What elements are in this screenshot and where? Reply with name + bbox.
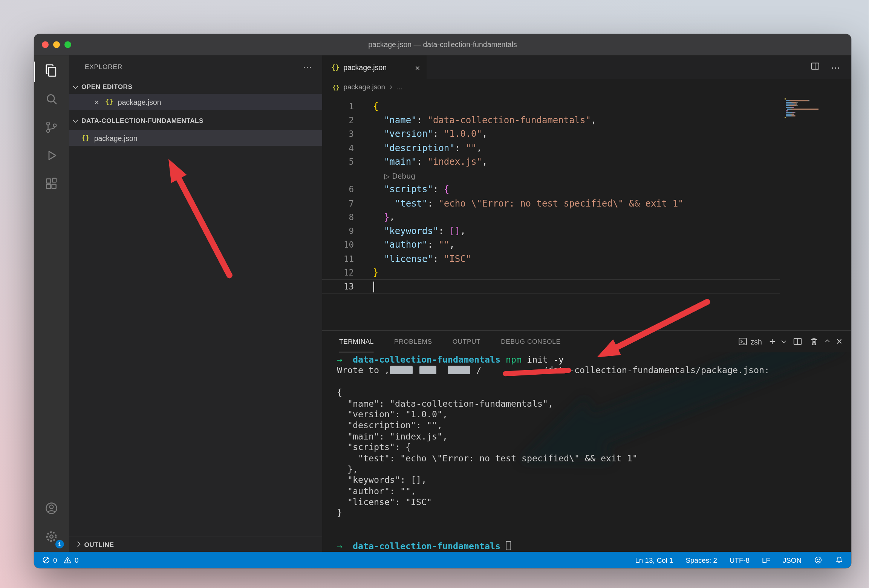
settings-button[interactable]: 1	[34, 524, 69, 552]
terminal-cursor	[506, 541, 511, 550]
activity-bar: 1	[34, 55, 69, 552]
code-line: 3 "version": "1.0.0",	[322, 127, 851, 141]
kill-terminal-trash-icon[interactable]	[809, 337, 819, 346]
code-line: 5 "main": "index.js",	[322, 155, 851, 169]
tab-package-json[interactable]: {} package.json ×	[322, 55, 427, 79]
editor-cursor	[373, 281, 374, 292]
file-item-label: package.json	[94, 134, 138, 142]
editor-tab-bar: {} package.json × ⋯	[322, 55, 851, 79]
cursor-position-status[interactable]: Ln 13, Col 1	[635, 556, 673, 564]
terminal[interactable]: → data-collection-fundamentals npm init …	[322, 352, 851, 552]
open-editors-section-header[interactable]: OPEN EDITORS	[69, 79, 322, 94]
window-title: package.json — data-collection-fundament…	[368, 40, 517, 49]
accounts-button[interactable]	[34, 495, 69, 524]
close-panel-icon[interactable]: ×	[836, 335, 842, 348]
search-icon	[44, 92, 59, 109]
codelens-debug-link[interactable]: ▷ Debug	[384, 172, 415, 180]
problems-status[interactable]: 0 0	[42, 556, 78, 565]
redaction-box	[390, 366, 413, 374]
files-icon	[44, 63, 59, 80]
terminal-line: "description": "",	[337, 420, 851, 431]
terminal-lines: → data-collection-fundamentals npm init …	[322, 352, 851, 552]
vscode-window: package.json — data-collection-fundament…	[34, 34, 851, 568]
close-editor-icon[interactable]: ×	[93, 98, 101, 106]
panel-tab-terminal[interactable]: TERMINAL	[339, 331, 374, 352]
terminal-line: },	[337, 464, 851, 475]
breadcrumb[interactable]: {} package.json …	[322, 79, 851, 95]
feedback-smiley-icon[interactable]	[814, 556, 823, 565]
minimap[interactable]	[783, 97, 843, 122]
terminal-profile-chevron-icon[interactable]	[782, 338, 786, 343]
notifications-bell-icon[interactable]	[835, 556, 844, 565]
json-file-icon: {}	[105, 98, 113, 106]
new-terminal-button[interactable]: +	[769, 335, 775, 348]
sidebar-title: EXPLORER	[85, 63, 122, 70]
extensions-icon	[44, 176, 59, 193]
bottom-panel: TERMINAL PROBLEMS OUTPUT DEBUG CONSOLE	[322, 330, 851, 552]
file-item-package-json[interactable]: {} package.json	[69, 130, 322, 146]
json-file-icon: {}	[332, 84, 340, 90]
workspace-folder-header[interactable]: DATA-COLLECTION-FUNDAMENTALS	[69, 113, 322, 128]
activity-explorer-button[interactable]	[34, 58, 69, 86]
editor-more-actions-icon[interactable]: ⋯	[831, 62, 840, 73]
code-line: 12}	[322, 266, 851, 280]
breadcrumb-more[interactable]: …	[396, 83, 403, 91]
terminal-line: "version": "1.0.0",	[337, 409, 851, 420]
terminal-icon	[738, 337, 747, 346]
activity-source-control-button[interactable]	[34, 114, 69, 142]
language-mode-status[interactable]: JSON	[783, 556, 802, 564]
terminal-line: "name": "data-collection-fundamentals",	[337, 398, 851, 409]
terminal-line: → data-collection-fundamentals	[337, 541, 851, 552]
terminal-shell-selector[interactable]: zsh	[738, 337, 762, 346]
terminal-line: {	[337, 387, 851, 398]
code-line: 2 "name": "data-collection-fundamentals"…	[322, 113, 851, 127]
activity-search-button[interactable]	[34, 86, 69, 114]
close-window-button[interactable]	[42, 41, 49, 48]
split-editor-icon[interactable]	[811, 62, 820, 73]
encoding-status[interactable]: UTF-8	[730, 556, 750, 564]
code-lines: 1{2 "name": "data-collection-fundamental…	[322, 95, 851, 294]
code-line: 10 "author": "",	[322, 238, 851, 252]
code-editor[interactable]: 1{2 "name": "data-collection-fundamental…	[322, 95, 851, 330]
terminal-line: Wrote to , //data-collection-fundamental…	[337, 366, 851, 377]
code-line: 1{	[322, 100, 851, 113]
json-file-icon: {}	[81, 134, 90, 142]
breadcrumb-file[interactable]: package.json	[343, 83, 385, 91]
open-editor-item-package-json[interactable]: × {} package.json	[69, 94, 322, 110]
terminal-line: "main": "index.js",	[337, 431, 851, 442]
run-debug-icon	[44, 148, 59, 165]
terminal-line: }	[337, 508, 851, 519]
warning-icon	[63, 556, 72, 565]
eol-status[interactable]: LF	[762, 556, 770, 564]
settings-badge: 1	[55, 540, 64, 549]
code-line: 9 "keywords": [],	[322, 224, 851, 238]
open-editor-label: package.json	[118, 98, 161, 106]
panel-tab-debug-console[interactable]: DEBUG CONSOLE	[501, 331, 560, 352]
terminal-line: "keywords": [],	[337, 475, 851, 486]
outline-section-header[interactable]: OUTLINE	[69, 536, 322, 552]
terminal-line: "scripts": {	[337, 442, 851, 453]
status-bar: 0 0 Ln 13, Col 1 Spaces: 2 UTF-8 LF JSON	[34, 552, 851, 568]
explorer-sidebar: EXPLORER ⋯ OPEN EDITORS × {} package.jso…	[69, 55, 322, 552]
account-icon	[44, 501, 59, 518]
activity-extensions-button[interactable]	[34, 171, 69, 199]
codelens-line: ▷ Debug	[322, 169, 851, 183]
chevron-right-icon	[75, 541, 81, 547]
terminal-line	[337, 377, 851, 387]
minimize-window-button[interactable]	[53, 41, 60, 48]
explorer-more-actions-button[interactable]: ⋯	[303, 61, 312, 72]
activity-run-debug-button[interactable]	[34, 142, 69, 171]
redacted-gap	[482, 373, 543, 374]
code-line: 6 "scripts": {	[322, 183, 851, 197]
terminal-line: "license": "ISC"	[337, 497, 851, 508]
panel-tab-output[interactable]: OUTPUT	[453, 331, 481, 352]
code-line: 13	[322, 280, 851, 294]
panel-tab-problems[interactable]: PROBLEMS	[394, 331, 432, 352]
split-terminal-icon[interactable]	[793, 337, 802, 346]
indentation-status[interactable]: Spaces: 2	[686, 556, 717, 564]
zoom-window-button[interactable]	[64, 41, 71, 48]
close-tab-icon[interactable]: ×	[415, 63, 420, 72]
maximize-panel-chevron-up-icon[interactable]	[825, 340, 830, 345]
desktop: package.json — data-collection-fundament…	[0, 0, 869, 588]
traffic-lights	[42, 34, 71, 55]
